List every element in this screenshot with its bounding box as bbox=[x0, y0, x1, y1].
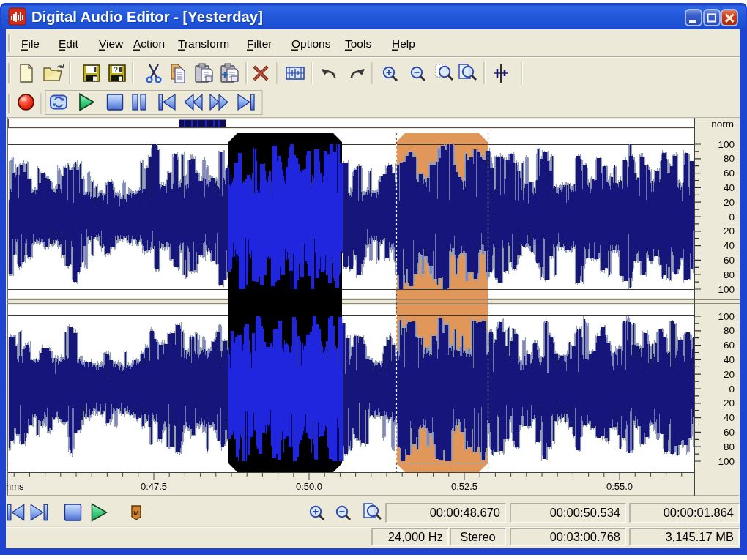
svg-text:File: File bbox=[21, 37, 40, 50]
svg-text:60: 60 bbox=[724, 168, 735, 179]
svg-text:0:55.0: 0:55.0 bbox=[606, 481, 633, 492]
svg-text:M: M bbox=[133, 509, 139, 517]
svg-text:40: 40 bbox=[724, 354, 735, 365]
svg-text:20: 20 bbox=[724, 397, 735, 408]
svg-text:Transform: Transform bbox=[178, 37, 229, 50]
svg-text:20: 20 bbox=[724, 369, 735, 380]
svg-text:Action: Action bbox=[133, 37, 165, 50]
svg-text:Edit: Edit bbox=[59, 37, 78, 50]
svg-text:00:03:00.768: 00:03:00.768 bbox=[550, 530, 620, 543]
svg-text:40: 40 bbox=[724, 240, 735, 251]
svg-text:0:47.5: 0:47.5 bbox=[141, 481, 167, 492]
svg-text:Tools: Tools bbox=[345, 37, 371, 50]
svg-text:80: 80 bbox=[724, 269, 735, 280]
svg-text:60: 60 bbox=[724, 255, 735, 266]
svg-text:24,000 Hz: 24,000 Hz bbox=[388, 530, 443, 543]
svg-text:80: 80 bbox=[724, 441, 735, 452]
svg-text:00:00:50.534: 00:00:50.534 bbox=[550, 506, 620, 519]
svg-text:60: 60 bbox=[724, 427, 735, 438]
svg-text:Help: Help bbox=[392, 37, 415, 50]
svg-text:?: ? bbox=[114, 66, 118, 74]
svg-text:00:00:48.670: 00:00:48.670 bbox=[430, 506, 500, 519]
svg-text:100: 100 bbox=[718, 311, 735, 322]
svg-text:hms: hms bbox=[6, 481, 24, 492]
svg-text:Digital Audio Editor - [Yester: Digital Audio Editor - [Yesterday] bbox=[31, 9, 263, 25]
svg-text:Filter: Filter bbox=[247, 37, 272, 50]
svg-text:80: 80 bbox=[724, 153, 735, 164]
svg-text:20: 20 bbox=[724, 225, 735, 236]
svg-text:00:00:01.864: 00:00:01.864 bbox=[664, 506, 734, 519]
svg-text:0:50.0: 0:50.0 bbox=[296, 481, 322, 492]
svg-text:0: 0 bbox=[729, 384, 735, 395]
svg-text:Stereo: Stereo bbox=[460, 530, 496, 543]
svg-text:100: 100 bbox=[718, 284, 735, 295]
svg-text:40: 40 bbox=[724, 182, 735, 193]
svg-text:100: 100 bbox=[718, 139, 735, 150]
svg-text:norm: norm bbox=[711, 119, 734, 130]
svg-text:100: 100 bbox=[718, 456, 735, 467]
svg-text:Options: Options bbox=[291, 37, 331, 50]
svg-text:20: 20 bbox=[724, 197, 735, 208]
svg-text:80: 80 bbox=[724, 325, 735, 336]
svg-text:60: 60 bbox=[724, 340, 735, 351]
svg-text:3,145.17 MB: 3,145.17 MB bbox=[665, 530, 734, 543]
svg-text:0: 0 bbox=[729, 212, 735, 223]
svg-text:View: View bbox=[99, 37, 124, 50]
svg-text:0:52.5: 0:52.5 bbox=[451, 481, 477, 492]
svg-text:40: 40 bbox=[724, 412, 735, 423]
